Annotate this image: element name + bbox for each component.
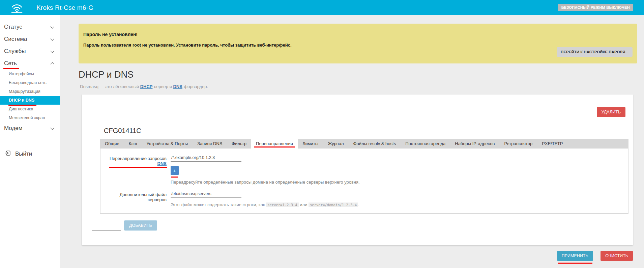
- code-sample-server: server=1.2.3.4: [266, 203, 299, 207]
- code-sample-server-domain: server=/domain/1.2.3.4: [309, 203, 358, 207]
- wifi-logo-icon: [9, 1, 24, 14]
- sidebar-item-label: Сеть: [4, 60, 17, 67]
- page-title: DHCP и DNS: [79, 70, 644, 80]
- logout-label: Выйти: [15, 151, 32, 157]
- chevron-down-icon: [50, 37, 54, 41]
- servers-file-label: Дополнительный файл серверов: [100, 190, 167, 207]
- subtitle-text: -форвардер.: [182, 84, 208, 89]
- sidebar-item-routing[interactable]: Маршрутизация: [0, 87, 60, 96]
- chevron-down-icon: [50, 25, 54, 28]
- sidebar-item-label: Службы: [4, 48, 26, 55]
- dns-forward-input[interactable]: [171, 154, 241, 162]
- logout-button[interactable]: Выйти: [0, 146, 60, 161]
- sidebar-item-status[interactable]: Статус: [0, 21, 60, 33]
- tab-limits[interactable]: Лимиты: [298, 139, 323, 149]
- sidebar-item-modem[interactable]: Модем: [0, 122, 60, 134]
- help-text: Этот файл может содержать такие строки, …: [171, 202, 266, 207]
- add-section-input[interactable]: [92, 223, 121, 231]
- add-section-row: ДОБАВИТЬ: [92, 220, 633, 231]
- dns-forward-row: Перенаправление запросов DNS + Переадрес…: [100, 154, 628, 185]
- tab-resolv-hosts-files[interactable]: Файлы resolv & hosts: [349, 139, 401, 149]
- sidebar-item-network[interactable]: Сеть: [0, 57, 60, 70]
- tab-dns-records[interactable]: Записи DNS: [193, 139, 227, 149]
- tab-relay[interactable]: Ретранслятор: [499, 139, 537, 149]
- servers-file-input[interactable]: [171, 190, 241, 198]
- servers-file-row: Дополнительный файл серверов Этот файл м…: [100, 190, 628, 207]
- tab-forwards[interactable]: Перенаправления: [251, 139, 298, 149]
- go-to-password-settings-button[interactable]: ПЕРЕЙТИ К НАСТРОЙКЕ ПАРОЛЯ...: [557, 47, 633, 57]
- reset-button[interactable]: ОЧИСТИТЬ: [601, 251, 633, 261]
- warning-title: Пароль не установлен!: [83, 32, 633, 37]
- sidebar-item-label: Система: [4, 36, 27, 43]
- sidebar: Статус Система Службы Сеть Интерфейсы Бе…: [0, 15, 60, 268]
- dnsmasq-section-card: УДАЛИТЬ CFG01411C Общие Кэш Устройства &…: [82, 95, 633, 245]
- safe-mode-badge: БЕЗОПАСНЫЙ РЕЖИМ ВЫКЛЮЧЕН: [558, 4, 633, 11]
- tab-general[interactable]: Общие: [100, 139, 124, 149]
- dns-forward-label-text: Перенаправление запросов: [110, 156, 167, 161]
- logout-icon: [5, 150, 11, 158]
- sidebar-item-firewall[interactable]: Межсетевой экран: [0, 113, 60, 122]
- chevron-up-icon: [50, 62, 54, 66]
- servers-file-help: Этот файл может содержать такие строки, …: [171, 202, 359, 207]
- sidebar-item-interfaces[interactable]: Интерфейсы: [0, 70, 60, 78]
- dns-forward-label: Перенаправление запросов DNS: [100, 154, 167, 185]
- servers-file-field: Этот файл может содержать такие строки, …: [171, 190, 359, 207]
- tab-cache[interactable]: Кэш: [124, 139, 142, 149]
- add-forward-entry-button[interactable]: +: [171, 166, 179, 175]
- tab-static-leases[interactable]: Постоянная аренда: [401, 139, 450, 149]
- tab-ip-sets[interactable]: Наборы IP-адресов: [450, 139, 499, 149]
- dns-forward-help: Переадресуйте определённые запросы домен…: [171, 180, 360, 185]
- tab-filter[interactable]: Фильтр: [227, 139, 251, 149]
- sidebar-item-dhcp-dns[interactable]: DHCP и DNS: [0, 96, 60, 105]
- forwards-tab-panel: Перенаправление запросов DNS + Переадрес…: [100, 149, 628, 214]
- tab-pxe-tftp[interactable]: PXE/TFTP: [537, 139, 567, 149]
- sidebar-item-label: Модем: [4, 125, 23, 132]
- dns-link[interactable]: DNS: [173, 84, 182, 89]
- help-text: или: [299, 202, 309, 207]
- subtitle-text: Dnsmasq — это лёгковесный: [80, 84, 140, 89]
- sidebar-item-label: Статус: [4, 24, 22, 30]
- apply-button[interactable]: ПРИМЕНИТЬ: [557, 251, 593, 261]
- warning-message: Пароль пользователя root не установлен. …: [83, 43, 633, 48]
- help-text: .: [358, 202, 359, 207]
- sidebar-item-system[interactable]: Система: [0, 33, 60, 45]
- add-button[interactable]: ДОБАВИТЬ: [124, 220, 157, 231]
- subtitle-text: -сервер и: [152, 84, 173, 89]
- tab-bar: Общие Кэш Устройства & Порты Записи DNS …: [100, 139, 628, 149]
- main-content: Пароль не установлен! Пароль пользовател…: [60, 15, 644, 268]
- chevron-down-icon: [50, 49, 54, 53]
- footer-actions: ПРИМЕНИТЬ ОЧИСТИТЬ: [60, 251, 633, 261]
- delete-button[interactable]: УДАЛИТЬ: [597, 107, 625, 117]
- dns-label-link[interactable]: DNS: [157, 161, 167, 166]
- sidebar-item-diagnostics[interactable]: Диагностика: [0, 105, 60, 113]
- sidebar-item-services[interactable]: Службы: [0, 45, 60, 57]
- sidebar-item-wireless[interactable]: Беспроводная сеть: [0, 78, 60, 87]
- chevron-down-icon: [50, 126, 54, 130]
- section-title: CFG01411C: [82, 95, 633, 139]
- app-header: Kroks Rt-Cse m6-G БЕЗОПАСНЫЙ РЕЖИМ ВЫКЛЮ…: [0, 0, 644, 15]
- page-subtitle: Dnsmasq — это лёгковесный DHCP-сервер и …: [80, 84, 644, 89]
- tab-log[interactable]: Журнал: [323, 139, 348, 149]
- dhcp-link[interactable]: DHCP: [140, 84, 153, 89]
- dns-forward-field: + Переадресуйте определённые запросы дом…: [171, 154, 360, 185]
- tab-devices-ports[interactable]: Устройства & Порты: [142, 139, 193, 149]
- password-warning-banner: Пароль не установлен! Пароль пользовател…: [79, 24, 637, 63]
- app-title: Kroks Rt-Cse m6-G: [36, 4, 93, 11]
